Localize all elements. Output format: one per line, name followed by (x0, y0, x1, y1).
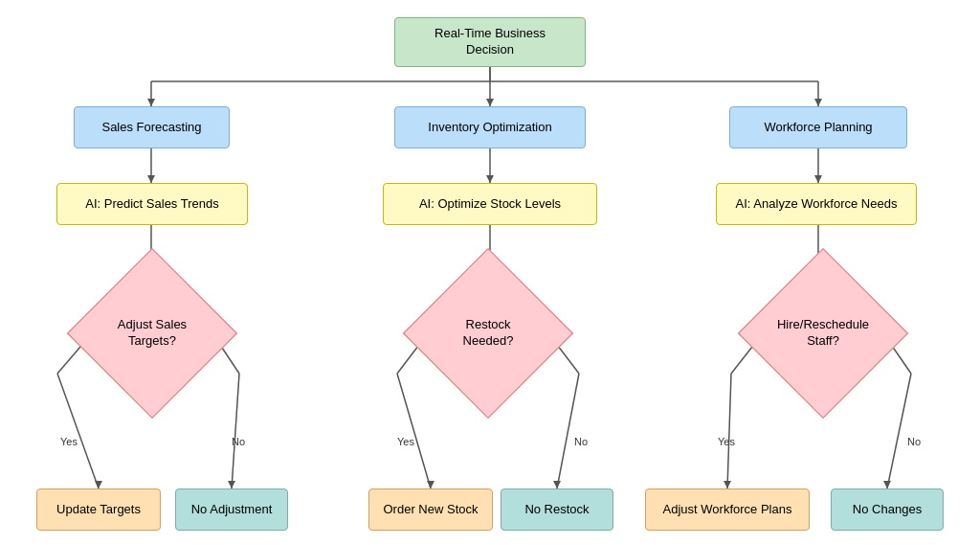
yes-work-node: Adjust Workforce Plans (645, 488, 810, 531)
svg-line-25 (232, 374, 239, 488)
yes-label-inv: Yes (397, 436, 414, 447)
diamond-inv-text: Restock Needed? (429, 274, 547, 393)
no-inv-node: No Restock (501, 488, 613, 531)
no-sales-label: No Adjustment (191, 502, 273, 518)
diamond-sales-text: Adjust Sales Targets? (93, 274, 212, 393)
yes-inv-node: Order New Stock (368, 488, 493, 531)
ai-inv-node: AI: Optimize Stock Levels (383, 183, 597, 225)
flowchart: Real-Time Business Decision Sales Foreca… (0, 0, 980, 545)
no-sales-node: No Adjustment (175, 488, 288, 531)
svg-line-31 (557, 374, 579, 488)
no-label-work: No (907, 436, 921, 447)
no-label-inv: No (574, 436, 588, 447)
svg-marker-38 (883, 481, 891, 488)
svg-marker-35 (724, 481, 731, 488)
svg-marker-14 (814, 175, 822, 183)
yes-sales-label: Update Targets (56, 502, 141, 518)
diamond-work-text: Hire/Reschedule Staff? (764, 274, 882, 393)
svg-marker-26 (228, 481, 235, 488)
svg-marker-29 (427, 481, 434, 488)
yes-inv-label: Order New Stock (384, 502, 479, 518)
svg-marker-8 (814, 99, 822, 106)
root-label: Real-Time Business Decision (434, 26, 546, 58)
svg-marker-12 (486, 175, 494, 183)
workforce-node: Workforce Planning (729, 106, 907, 148)
ai-inv-label: AI: Optimize Stock Levels (419, 196, 561, 213)
root-node: Real-Time Business Decision (394, 17, 586, 67)
yes-label-sales: Yes (60, 436, 78, 447)
svg-line-34 (727, 374, 731, 488)
no-inv-label: No Restock (524, 502, 589, 518)
yes-label-work: Yes (718, 436, 735, 447)
inventory-node: Inventory Optimization (394, 106, 586, 148)
ai-sales-label: AI: Predict Sales Trends (85, 196, 218, 213)
svg-marker-32 (553, 481, 561, 488)
ai-work-node: AI: Analyze Workforce Needs (716, 183, 917, 225)
sales-label: Sales Forecasting (101, 120, 201, 136)
ai-work-label: AI: Analyze Workforce Needs (736, 196, 898, 213)
svg-line-28 (397, 374, 431, 488)
inventory-label: Inventory Optimization (428, 120, 551, 136)
svg-marker-3 (147, 99, 155, 106)
yes-sales-node: Update Targets (36, 488, 161, 531)
svg-line-37 (887, 374, 911, 488)
no-work-node: No Changes (831, 488, 944, 531)
diamond-inv: Restock Needed? (403, 248, 573, 419)
diamond-work: Hire/Reschedule Staff? (738, 248, 908, 419)
svg-marker-23 (95, 481, 102, 488)
yes-work-label: Adjust Workforce Plans (663, 502, 792, 518)
sales-node: Sales Forecasting (74, 106, 230, 148)
no-label-sales: No (232, 436, 245, 447)
no-work-label: No Changes (853, 502, 922, 518)
svg-marker-5 (486, 99, 494, 106)
diamond-sales: Adjust Sales Targets? (67, 248, 237, 419)
workforce-label: Workforce Planning (764, 120, 872, 136)
ai-sales-node: AI: Predict Sales Trends (56, 183, 248, 225)
svg-marker-10 (147, 175, 155, 183)
